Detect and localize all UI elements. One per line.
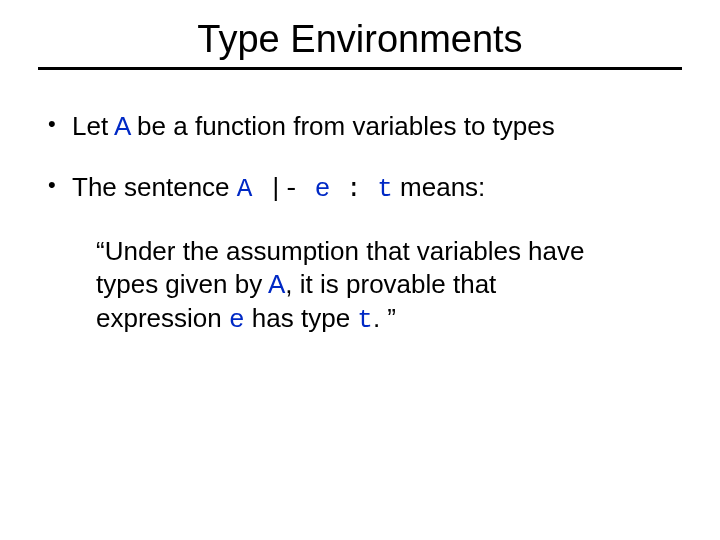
slide-title: Type Environments bbox=[0, 0, 720, 67]
quote-t: t bbox=[357, 305, 373, 335]
bullet-2-text-1: The sentence bbox=[72, 172, 237, 202]
bullet-1-text-1: Let bbox=[72, 111, 114, 141]
expr-e: e bbox=[315, 174, 331, 204]
quote-text-3: has type bbox=[245, 303, 358, 333]
slide-body: Let A be a function from variables to ty… bbox=[0, 70, 720, 337]
expr-A: A bbox=[237, 174, 253, 204]
quote-A: A bbox=[268, 269, 285, 299]
quote-e: e bbox=[229, 305, 245, 335]
quote-block: “Under the assumption that variables hav… bbox=[96, 235, 600, 337]
slide: Type Environments Let A be a function fr… bbox=[0, 0, 720, 540]
symbol-A: A bbox=[114, 111, 130, 141]
bullet-1: Let A be a function from variables to ty… bbox=[40, 110, 680, 143]
bullet-list: Let A be a function from variables to ty… bbox=[40, 110, 680, 205]
expr-turnstile: |- bbox=[252, 174, 314, 204]
bullet-1-text-2: be a function from variables to types bbox=[130, 111, 555, 141]
expr-colon: : bbox=[330, 174, 377, 204]
quote-text-4: . ” bbox=[373, 303, 396, 333]
bullet-2-text-2: means: bbox=[393, 172, 486, 202]
bullet-2: The sentence A |- e : t means: bbox=[40, 171, 680, 206]
expr-t: t bbox=[377, 174, 393, 204]
